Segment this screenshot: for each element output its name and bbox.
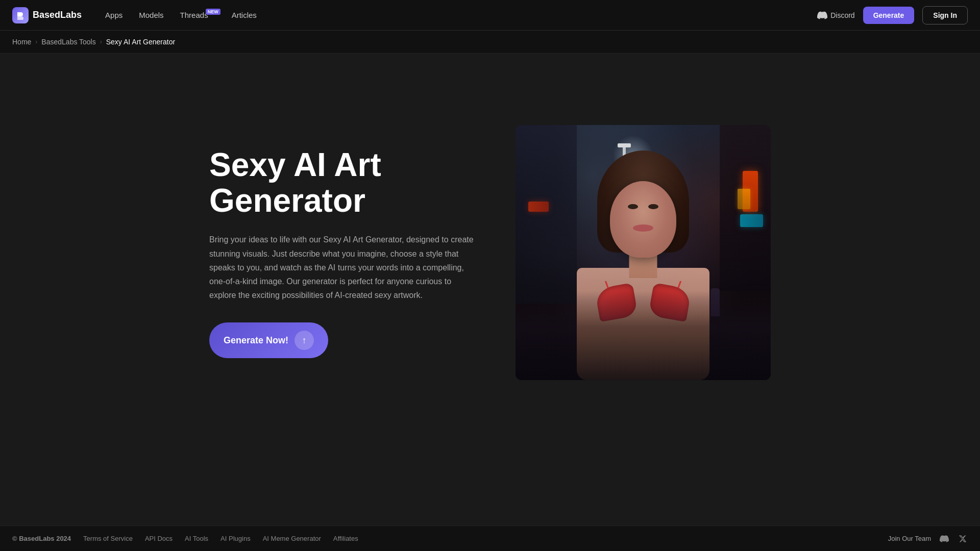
- logo[interactable]: BasedLabs: [12, 7, 82, 23]
- footer-link-api-docs[interactable]: API Docs: [145, 535, 173, 542]
- ground-reflection: [516, 291, 771, 380]
- footer-copyright: © BasedLabs 2024: [12, 535, 71, 542]
- breadcrumb-home[interactable]: Home: [12, 38, 31, 46]
- footer-join-team[interactable]: Join Our Team: [888, 535, 931, 542]
- discord-label: Discord: [830, 11, 854, 19]
- breadcrumb-sep-1: ›: [35, 38, 37, 45]
- footer-link-ai-tools[interactable]: AI Tools: [185, 535, 208, 542]
- signin-button[interactable]: Sign In: [922, 6, 968, 24]
- neon-right-2: [740, 214, 763, 227]
- breadcrumb-sep-2: ›: [100, 38, 102, 45]
- generate-button[interactable]: Generate: [863, 7, 915, 24]
- neon-right-3: [738, 189, 750, 209]
- nav-items: Apps Models Threads NEW Articles: [98, 7, 264, 23]
- main-content: Sexy AI Art Generator Bring your ideas t…: [0, 54, 980, 452]
- generate-now-button[interactable]: Generate Now! ↑: [209, 322, 328, 358]
- hero-image: [516, 125, 771, 380]
- subject-face: [610, 181, 676, 258]
- threads-new-badge: NEW: [206, 9, 220, 15]
- footer: © BasedLabs 2024 Terms of Service API Do…: [0, 525, 980, 551]
- twitter-footer-icon[interactable]: [958, 534, 968, 544]
- breadcrumb-parent[interactable]: BasedLabs Tools: [41, 38, 95, 46]
- hero-image-bg: [516, 125, 771, 380]
- nav-item-apps[interactable]: Apps: [98, 7, 130, 23]
- brand-name: BasedLabs: [33, 10, 82, 20]
- footer-right: Join Our Team: [888, 534, 968, 544]
- subject-eye-left: [628, 204, 638, 209]
- discord-link[interactable]: Discord: [817, 10, 854, 20]
- neon-left-1: [528, 202, 549, 212]
- footer-link-tos[interactable]: Terms of Service: [83, 535, 133, 542]
- footer-link-ai-meme[interactable]: AI Meme Generator: [263, 535, 321, 542]
- footer-link-affiliates[interactable]: Affiliates: [333, 535, 358, 542]
- subject-lips: [633, 224, 653, 232]
- breadcrumb: Home › BasedLabs Tools › Sexy AI Art Gen…: [0, 31, 980, 54]
- nav-item-threads[interactable]: Threads NEW: [173, 7, 223, 23]
- hero-left-panel: Sexy AI Art Generator Bring your ideas t…: [209, 147, 475, 359]
- navbar: BasedLabs Apps Models Threads NEW Articl…: [0, 0, 980, 31]
- nav-item-models[interactable]: Models: [132, 7, 170, 23]
- discord-footer-icon[interactable]: [939, 534, 949, 544]
- nav-item-articles[interactable]: Articles: [225, 7, 264, 23]
- breadcrumb-current: Sexy AI Art Generator: [106, 38, 175, 46]
- generate-now-icon: ↑: [295, 331, 314, 350]
- page-description: Bring your ideas to life with our Sexy A…: [209, 233, 475, 302]
- page-title: Sexy AI Art Generator: [209, 147, 475, 219]
- logo-icon: [12, 7, 29, 23]
- subject-eye-right: [648, 204, 658, 209]
- navbar-right: Discord Generate Sign In: [817, 6, 968, 24]
- hero-right-panel: [516, 125, 771, 380]
- footer-link-ai-plugins[interactable]: AI Plugins: [220, 535, 251, 542]
- discord-icon: [817, 10, 827, 20]
